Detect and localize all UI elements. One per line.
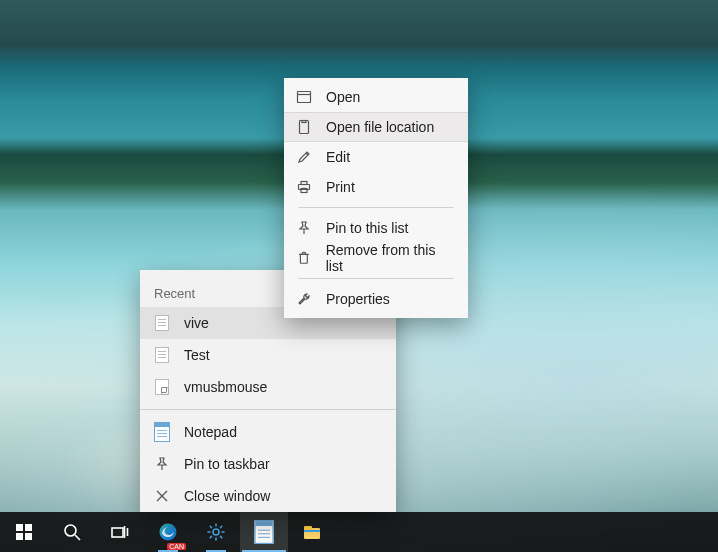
notepad-icon: [254, 520, 273, 544]
jumplist-close-label: Close window: [184, 488, 270, 504]
context-edit-label: Edit: [326, 149, 350, 165]
context-pin-list-label: Pin to this list: [326, 220, 408, 236]
context-open[interactable]: Open: [284, 82, 468, 112]
svg-rect-23: [112, 528, 123, 537]
jumplist-close-window[interactable]: Close window: [140, 480, 396, 512]
taskbar-app-edge[interactable]: CAN: [144, 512, 192, 552]
jumplist-separator: [140, 409, 396, 410]
svg-rect-6: [301, 182, 307, 185]
notepad-icon: [154, 424, 170, 440]
svg-point-27: [213, 529, 219, 535]
svg-rect-0: [298, 92, 311, 103]
context-properties[interactable]: Properties: [284, 284, 468, 314]
recent-item-context-menu: Open Open file location Edit Print Pin t…: [284, 78, 468, 318]
svg-rect-3: [302, 121, 306, 123]
context-remove-list-label: Remove from this list: [326, 242, 454, 274]
jumplist-recent-item-label: Test: [184, 347, 210, 363]
pencil-icon: [296, 149, 312, 165]
task-view-button[interactable]: [96, 512, 144, 552]
context-remove-from-list[interactable]: Remove from this list: [284, 243, 468, 273]
jumplist-app-label: Notepad: [184, 424, 237, 440]
svg-rect-30: [304, 530, 320, 532]
jumplist-app-item[interactable]: Notepad: [140, 416, 396, 448]
svg-rect-9: [300, 255, 307, 264]
context-open-file-location[interactable]: Open file location: [284, 112, 468, 142]
svg-line-22: [75, 535, 80, 540]
context-print[interactable]: Print: [284, 172, 468, 202]
printer-icon: [296, 179, 312, 195]
svg-rect-20: [25, 533, 32, 540]
taskbar: CAN: [0, 512, 718, 552]
start-button[interactable]: [0, 512, 48, 552]
window-icon: [296, 89, 312, 105]
search-button[interactable]: [48, 512, 96, 552]
jumplist-pin-to-taskbar[interactable]: Pin to taskbar: [140, 448, 396, 480]
jumplist-recent-item-label: vmusbmouse: [184, 379, 267, 395]
svg-rect-19: [16, 533, 23, 540]
jumplist-recent-item-label: vive: [184, 315, 209, 331]
context-pin-to-list[interactable]: Pin to this list: [284, 213, 468, 243]
taskbar-app-notepad[interactable]: [240, 512, 288, 552]
inf-file-icon: [154, 379, 170, 395]
svg-point-26: [160, 524, 177, 541]
svg-point-21: [65, 525, 76, 536]
context-open-label: Open: [326, 89, 360, 105]
context-open-location-label: Open file location: [326, 119, 434, 135]
close-icon: [154, 488, 170, 504]
context-properties-label: Properties: [326, 291, 390, 307]
context-separator-1: [298, 207, 454, 208]
context-separator-2: [298, 278, 454, 279]
text-file-icon: [154, 315, 170, 331]
jumplist-recent-item[interactable]: Test: [140, 339, 396, 371]
svg-rect-18: [25, 524, 32, 531]
svg-rect-17: [16, 524, 23, 531]
text-file-icon: [154, 347, 170, 363]
pin-icon: [296, 220, 312, 236]
jumplist-pin-label: Pin to taskbar: [184, 456, 270, 472]
open-location-icon: [296, 119, 312, 135]
trash-icon: [296, 250, 312, 266]
wrench-icon: [296, 291, 312, 307]
taskbar-app-file-explorer[interactable]: [288, 512, 336, 552]
context-print-label: Print: [326, 179, 355, 195]
jumplist-recent-item[interactable]: vmusbmouse: [140, 371, 396, 403]
taskbar-app-settings[interactable]: [192, 512, 240, 552]
context-edit[interactable]: Edit: [284, 142, 468, 172]
pin-icon: [154, 456, 170, 472]
svg-rect-29: [304, 526, 312, 530]
edge-badge-icon: CAN: [167, 543, 186, 550]
